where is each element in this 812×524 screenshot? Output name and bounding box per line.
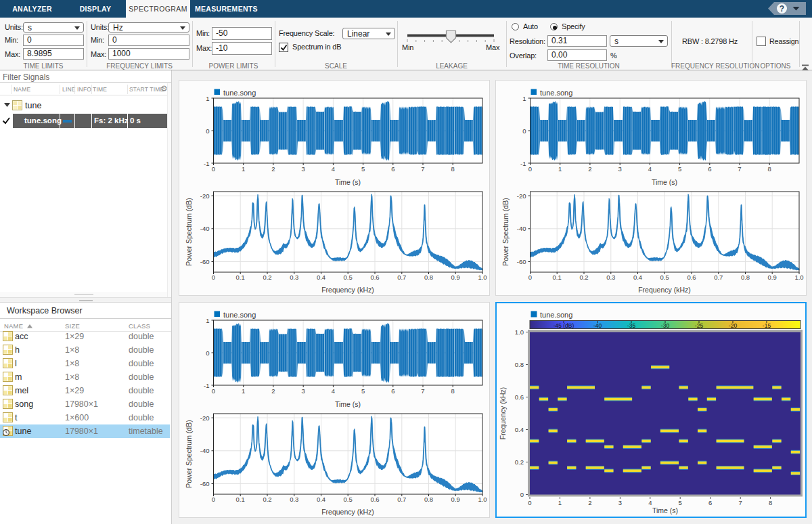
svg-text:6: 6 bbox=[391, 165, 394, 173]
svg-text:0.7: 0.7 bbox=[714, 274, 723, 281]
svg-text:-40: -40 bbox=[200, 447, 210, 454]
svg-text:1.0: 1.0 bbox=[515, 328, 524, 336]
svg-text:0.4: 0.4 bbox=[515, 426, 524, 433]
svg-text:-30: -30 bbox=[661, 322, 670, 329]
svg-text:3: 3 bbox=[618, 165, 622, 173]
svg-text:tune.song: tune.song bbox=[223, 311, 256, 319]
svg-text:0: 0 bbox=[528, 274, 532, 281]
svg-text:-20: -20 bbox=[517, 192, 526, 200]
svg-text:2: 2 bbox=[588, 499, 591, 506]
svg-text:8: 8 bbox=[451, 165, 455, 173]
svg-text:Power Spectrum (dB): Power Spectrum (dB) bbox=[501, 198, 510, 265]
svg-text:-40: -40 bbox=[200, 225, 210, 232]
svg-text:4: 4 bbox=[332, 165, 335, 173]
svg-text:0.4: 0.4 bbox=[633, 274, 642, 281]
svg-text:-1: -1 bbox=[520, 160, 526, 167]
svg-text:6: 6 bbox=[391, 387, 394, 395]
svg-text:Time (s): Time (s) bbox=[652, 506, 678, 515]
svg-text:1: 1 bbox=[522, 95, 526, 102]
svg-text:0.4: 0.4 bbox=[317, 496, 325, 503]
svg-text:0: 0 bbox=[212, 165, 215, 173]
svg-text:-20: -20 bbox=[200, 192, 210, 200]
svg-text:0.5: 0.5 bbox=[660, 274, 669, 281]
svg-text:0.1: 0.1 bbox=[236, 496, 245, 503]
svg-text:7: 7 bbox=[421, 387, 424, 395]
svg-text:4: 4 bbox=[648, 499, 652, 506]
svg-text:0: 0 bbox=[212, 496, 215, 503]
svg-text:Power Spectrum (dB): Power Spectrum (dB) bbox=[185, 420, 193, 487]
svg-text:Frequency (kHz): Frequency (kHz) bbox=[499, 387, 507, 440]
svg-text:5: 5 bbox=[361, 165, 365, 173]
svg-text:6: 6 bbox=[708, 165, 711, 173]
svg-text:Time (s): Time (s) bbox=[335, 400, 361, 408]
svg-text:3: 3 bbox=[302, 387, 305, 395]
svg-text:0: 0 bbox=[528, 499, 531, 506]
svg-text:?: ? bbox=[780, 4, 784, 14]
svg-text:0.2: 0.2 bbox=[263, 496, 271, 503]
svg-text:4: 4 bbox=[332, 387, 335, 395]
svg-text:4: 4 bbox=[648, 165, 652, 173]
svg-text:1: 1 bbox=[558, 499, 562, 506]
svg-text:Time (s): Time (s) bbox=[335, 178, 361, 186]
svg-text:7: 7 bbox=[421, 165, 424, 173]
svg-text:-20: -20 bbox=[729, 322, 738, 329]
svg-text:1.0: 1.0 bbox=[478, 274, 487, 281]
svg-text:-45 (dB): -45 (dB) bbox=[554, 322, 574, 329]
svg-text:-25: -25 bbox=[695, 322, 704, 329]
svg-text:1: 1 bbox=[206, 95, 209, 102]
svg-text:-40: -40 bbox=[517, 225, 526, 232]
svg-text:6: 6 bbox=[708, 499, 712, 506]
svg-text:-60: -60 bbox=[517, 258, 526, 265]
svg-text:0: 0 bbox=[522, 127, 526, 135]
svg-text:0: 0 bbox=[520, 491, 524, 498]
svg-text:0: 0 bbox=[206, 349, 209, 357]
svg-text:7: 7 bbox=[739, 499, 742, 506]
svg-text:0.2: 0.2 bbox=[579, 274, 588, 281]
svg-text:5: 5 bbox=[679, 499, 682, 506]
svg-text:tune.song: tune.song bbox=[540, 89, 572, 97]
svg-text:0.8: 0.8 bbox=[741, 274, 750, 281]
svg-text:3: 3 bbox=[618, 499, 622, 506]
svg-text:0.8: 0.8 bbox=[424, 496, 433, 503]
svg-text:Frequency (kHz): Frequency (kHz) bbox=[321, 508, 374, 516]
svg-text:0.7: 0.7 bbox=[397, 496, 406, 503]
svg-text:5: 5 bbox=[678, 165, 681, 173]
svg-text:-1: -1 bbox=[204, 382, 209, 389]
svg-text:0.1: 0.1 bbox=[236, 274, 245, 281]
svg-text:0.4: 0.4 bbox=[317, 274, 325, 281]
svg-text:-35: -35 bbox=[627, 322, 636, 329]
svg-text:-1: -1 bbox=[204, 160, 209, 167]
svg-text:0.6: 0.6 bbox=[370, 496, 379, 503]
svg-text:0.5: 0.5 bbox=[344, 274, 353, 281]
svg-text:0.6: 0.6 bbox=[515, 393, 524, 401]
svg-text:8: 8 bbox=[451, 387, 455, 395]
svg-text:0: 0 bbox=[212, 387, 215, 395]
svg-text:0.1: 0.1 bbox=[553, 274, 562, 281]
svg-text:Frequency (kHz): Frequency (kHz) bbox=[638, 286, 691, 294]
svg-text:0.6: 0.6 bbox=[370, 274, 379, 281]
svg-text:-15: -15 bbox=[763, 322, 771, 329]
svg-text:0.2: 0.2 bbox=[515, 458, 524, 466]
svg-text:0: 0 bbox=[528, 165, 532, 173]
svg-text:1: 1 bbox=[206, 317, 209, 324]
svg-text:0.7: 0.7 bbox=[397, 274, 406, 281]
svg-text:0.6: 0.6 bbox=[687, 274, 696, 281]
svg-text:tune.song: tune.song bbox=[540, 311, 572, 319]
svg-text:Time (s): Time (s) bbox=[652, 178, 677, 186]
svg-text:0.5: 0.5 bbox=[344, 496, 353, 503]
svg-text:-60: -60 bbox=[200, 480, 210, 487]
svg-text:-40: -40 bbox=[593, 322, 602, 329]
svg-text:2: 2 bbox=[588, 165, 591, 173]
svg-text:5: 5 bbox=[361, 387, 365, 395]
svg-text:-20: -20 bbox=[200, 414, 210, 422]
svg-text:0.3: 0.3 bbox=[606, 274, 615, 281]
svg-text:0.2: 0.2 bbox=[263, 274, 271, 281]
svg-text:0.8: 0.8 bbox=[424, 274, 433, 281]
svg-text:2: 2 bbox=[271, 165, 275, 173]
svg-text:0.9: 0.9 bbox=[768, 274, 777, 281]
svg-text:0: 0 bbox=[212, 274, 215, 281]
svg-text:8: 8 bbox=[769, 499, 772, 506]
svg-text:0.3: 0.3 bbox=[290, 496, 298, 503]
svg-text:1.0: 1.0 bbox=[794, 274, 803, 281]
svg-text:0.9: 0.9 bbox=[451, 274, 460, 281]
